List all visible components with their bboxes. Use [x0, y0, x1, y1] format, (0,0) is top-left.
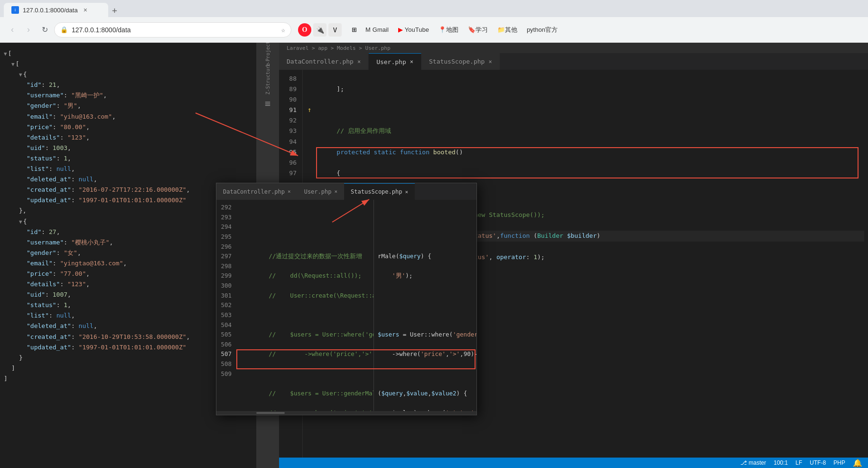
line-89 — [322, 105, 864, 115]
float-tab-dc-label: DataController.php — [223, 188, 285, 195]
rline-11: $value)->where('status',$value2); — [378, 408, 474, 411]
float-tab-statusscope[interactable]: StatusScope.php × — [344, 183, 415, 200]
line-90: // 启用全局作用域 — [322, 126, 864, 136]
tab-close-icon[interactable]: × — [84, 6, 87, 14]
fline-296: // User::create(\Request::all()); — [240, 291, 371, 301]
tab-user-label: User.php — [376, 58, 406, 66]
tab-user-php[interactable]: User.php × — [369, 53, 421, 70]
back-button[interactable]: ‹ — [6, 23, 19, 37]
breadcrumb-text: Laravel > app > Models > User.php — [287, 45, 391, 51]
bookmark-other[interactable]: 📁其他 — [494, 25, 521, 35]
fline-295: // dd(\Request::all()); — [240, 271, 371, 281]
status-bar: ⎇ master 100:1 LF UTF-8 PHP 🔔 — [279, 458, 868, 468]
status-position: 100:1 — [774, 459, 788, 466]
rline-9 — [378, 369, 474, 379]
tab-user-close[interactable]: × — [410, 58, 413, 65]
float-tab-dc-close[interactable]: × — [288, 188, 291, 195]
address-text: 127.0.0.1:8000/data — [72, 26, 131, 34]
tab-statusscope-close[interactable]: × — [488, 58, 492, 65]
float-line-numbers: 292 293 294 295 296 297 298 299 300 301 … — [216, 200, 236, 411]
rline-10: ($query,$value,$value2) { — [378, 389, 474, 399]
rline-6 — [378, 310, 474, 320]
refresh-button[interactable]: ↻ — [38, 23, 51, 37]
breadcrumb-bar: Laravel > app > Models > User.php — [279, 43, 868, 53]
bookmark-maps[interactable]: 📍地图 — [435, 25, 462, 35]
json-content: ▼[ ▼[ ▼{ "id": 21, "username": "黑崎一护", "… — [4, 48, 252, 384]
float-tab-user[interactable]: User.php × — [298, 183, 344, 200]
status-lf: LF — [795, 459, 802, 466]
floating-code-area[interactable]: 292 293 294 295 296 297 298 299 300 301 … — [216, 200, 476, 411]
tab-datacontroller-label: DataController.php — [287, 58, 354, 65]
rline-1 — [378, 213, 474, 223]
float-code-right[interactable]: rMale($query) { '男'); $users = User::whe… — [374, 200, 476, 411]
line-88: ]; — [322, 84, 864, 94]
tab-title: 127.0.0.1:8000/data — [23, 7, 78, 14]
float-tab-user-close[interactable]: × — [334, 188, 337, 195]
rline-8: ->where('price','>',90)->get — [378, 349, 474, 359]
rline-5 — [378, 291, 474, 301]
float-code-left[interactable]: //通过提交过来的数据一次性新增 // dd(\Request::all());… — [236, 200, 374, 411]
floating-editor: DataController.php × User.php × StatusSc… — [216, 183, 477, 415]
fline-292 — [240, 213, 371, 223]
tab-statusscope[interactable]: StatusScope.php × — [421, 53, 500, 70]
rline-7: $users = User::where('gender','男' — [378, 330, 474, 340]
git-branch: ⎇ master — [740, 459, 766, 466]
fline-297 — [240, 310, 371, 320]
sidebar-icon-1-project[interactable]: 1-Project — [258, 45, 277, 64]
floating-tab-bar: DataController.php × User.php × StatusSc… — [216, 183, 476, 200]
fline-502: // ->where('price','>',90)->get — [240, 408, 371, 411]
apps-icon[interactable]: ⊞ — [348, 24, 360, 36]
address-bar[interactable]: 🔒 127.0.0.1:8000/data ☆ — [54, 22, 291, 37]
bookmarks-bar: ⊞ MGmail ▶YouTube 📍地图 🔖学习 📁其他 python官方 — [348, 24, 561, 36]
fline-298: // $users = User::where('gender','男' — [240, 330, 371, 340]
line-92: { — [322, 168, 864, 178]
fline-301: // $users = User::genderMale() — [240, 389, 371, 399]
float-tab-datacontroller[interactable]: DataController.php × — [216, 183, 298, 200]
browser-tab-bar: i 127.0.0.1:8000/data × + — [0, 0, 868, 17]
tab-datacontroller-close[interactable]: × — [357, 58, 361, 65]
fline-299: // ->where('price','>',90)->get — [240, 349, 371, 359]
fline-294: //通过提交过来的数据一次性新增 — [240, 252, 371, 262]
float-tab-user-label: User.php — [304, 188, 332, 195]
line-91: protected static function booted() — [322, 147, 864, 158]
tab-statusscope-label: StatusScope.php — [429, 58, 485, 65]
fline-293 — [240, 232, 371, 242]
sidebar-icon-2-structure[interactable]: Z-Structure — [258, 65, 277, 93]
status-encoding: UTF-8 — [810, 459, 826, 466]
rline-3: rMale($query) { — [378, 252, 474, 262]
float-tab-ss-label: StatusScope.php — [351, 188, 402, 195]
star-icon[interactable]: ☆ — [281, 26, 285, 34]
forward-button[interactable]: › — [22, 23, 35, 37]
rline-4: '男'); — [378, 271, 474, 281]
notification-icon[interactable]: 🔔 — [853, 459, 862, 468]
browser-chrome: i 127.0.0.1:8000/data × + ‹ › ↻ 🔒 127.0.… — [0, 0, 868, 43]
tab-datacontroller[interactable]: DataController.php × — [279, 53, 369, 70]
editor-tab-bar: DataController.php × User.php × StatusSc… — [279, 53, 868, 70]
lock-icon: 🔒 — [60, 26, 68, 33]
opera-icon: O — [298, 23, 311, 37]
ext-icon-1[interactable]: 🔌 — [313, 23, 327, 37]
fline-300 — [240, 369, 371, 379]
bookmark-gmail[interactable]: MGmail — [362, 25, 392, 34]
tab-favicon: i — [11, 6, 19, 14]
new-tab-button[interactable]: + — [108, 3, 121, 17]
collapse-arr1[interactable]: ▼ — [11, 61, 15, 67]
collapse-obj1[interactable]: ▼ — [19, 72, 22, 78]
float-scrollbar[interactable] — [216, 411, 476, 415]
float-tab-ss-close[interactable]: × — [405, 189, 408, 195]
browser-tab-active[interactable]: i 127.0.0.1:8000/data × — [4, 3, 108, 17]
rline-2 — [378, 232, 474, 242]
ext-icon-2[interactable]: V — [328, 23, 342, 37]
sidebar-icon-3[interactable]: ≡ — [258, 94, 277, 113]
main-area: ▼[ ▼[ ▼{ "id": 21, "username": "黑崎一护", "… — [0, 43, 868, 468]
bookmark-study[interactable]: 🔖学习 — [464, 25, 492, 35]
collapse-root[interactable]: ▼ — [4, 51, 7, 57]
bookmark-python[interactable]: python官方 — [523, 25, 561, 35]
collapse-obj2[interactable]: ▼ — [19, 219, 22, 225]
browser-nav-bar: ‹ › ↻ 🔒 127.0.0.1:8000/data ☆ O 🔌 V ⊞ MG… — [0, 17, 868, 43]
status-language: PHP — [833, 459, 845, 466]
bookmark-youtube[interactable]: ▶YouTube — [394, 25, 433, 34]
